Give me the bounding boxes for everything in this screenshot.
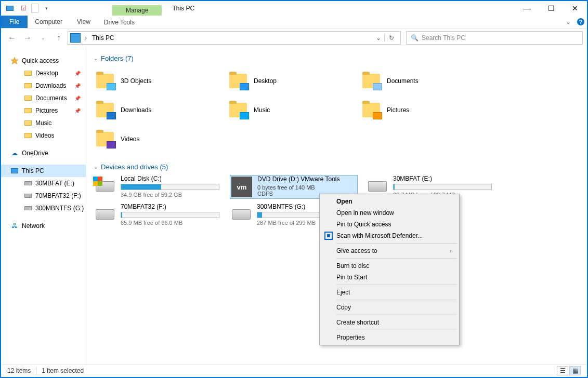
refresh-button[interactable]: ↻ [384, 34, 398, 42]
folder-icon [24, 82, 32, 90]
drive-icon [24, 179, 32, 187]
sidebar-item-label: Videos [35, 132, 54, 139]
qat-dropdown-icon[interactable]: ▾ [41, 3, 52, 14]
menu-item[interactable]: Pin to Start [321, 272, 458, 283]
sidebar-item-label: 300MBNTFS (G:) [35, 205, 84, 212]
close-button[interactable]: ✕ [563, 1, 587, 16]
status-bar: 12 items 1 item selected ☰ ▦ [2, 365, 586, 376]
address-dropdown-icon[interactable]: ⌄ [373, 34, 384, 42]
sidebar-item[interactable]: 300MBNTFS (G:) [9, 202, 86, 214]
sidebar-item[interactable]: Documents📌 [9, 92, 86, 104]
menu-item[interactable]: Eject [321, 287, 458, 298]
qat-newfolder-icon[interactable] [31, 4, 38, 13]
minimize-button[interactable]: — [515, 1, 539, 16]
drive-item[interactable]: 70MBFAT32 (F:)65.9 MB free of 66.0 MB [94, 203, 221, 226]
manage-tab-header[interactable]: Manage [112, 5, 162, 16]
window-title: This PC [172, 1, 194, 16]
sidebar-this-pc[interactable]: This PC [1, 165, 86, 177]
forward-button[interactable]: → [21, 31, 34, 45]
sidebar-item[interactable]: Videos [9, 129, 86, 142]
up-button[interactable]: ↑ [52, 31, 66, 45]
quick-access-toolbar: ☑ ▾ [1, 1, 55, 16]
folder-icon [94, 99, 116, 122]
back-button[interactable]: ← [5, 31, 19, 45]
section-drives-header[interactable]: ⌄ Devices and drives (5) [94, 163, 580, 171]
section-title: Folders (7) [101, 55, 134, 62]
menu-separator [336, 300, 457, 300]
folder-label: 3D Objects [121, 77, 151, 85]
sidebar-item[interactable]: Downloads📌 [9, 79, 86, 92]
menu-separator [336, 258, 457, 259]
menu-item[interactable]: Properties [321, 332, 458, 343]
svg-rect-4 [327, 234, 330, 237]
sidebar-label: Quick access [22, 57, 59, 64]
sidebar-item[interactable]: 70MBFAT32 (F:) [9, 190, 86, 202]
folder-label: Videos [121, 136, 139, 143]
sidebar-item[interactable]: Pictures📌 [9, 104, 86, 117]
drive-free: 65.9 MB free of 66.0 MB [121, 220, 221, 226]
icons-view-button[interactable]: ▦ [569, 366, 581, 375]
folder-item[interactable]: Pictures [360, 96, 485, 125]
tab-view[interactable]: View [70, 16, 98, 28]
details-view-button[interactable]: ☰ [557, 366, 568, 375]
folder-icon [360, 99, 383, 122]
file-tab[interactable]: File [1, 16, 28, 28]
folder-item[interactable]: Desktop [227, 66, 351, 96]
drive-label: Local Disk (C:) [121, 175, 221, 182]
folder-item[interactable]: Documents [360, 66, 485, 96]
drive-label: DVD Drive (D:) VMware Tools [257, 176, 355, 183]
drive-item[interactable]: Local Disk (C:)34.9 GB free of 59.2 GB [94, 175, 221, 199]
tab-computer[interactable]: Computer [28, 16, 70, 28]
recent-dropdown-icon[interactable]: ⌄ [36, 31, 50, 45]
sidebar-onedrive[interactable]: ☁ OneDrive [1, 147, 86, 159]
menu-item[interactable]: Open [321, 196, 458, 207]
folder-label: Downloads [121, 106, 151, 114]
context-menu: OpenOpen in new windowPin to Quick acces… [319, 194, 460, 345]
menu-item[interactable]: Create shortcut [321, 317, 458, 328]
pc-icon [70, 33, 81, 43]
menu-item[interactable]: Burn to disc [321, 260, 458, 272]
maximize-button[interactable]: ☐ [539, 1, 563, 16]
address-location[interactable]: This PC [90, 34, 116, 42]
expand-ribbon-icon[interactable]: ⌄ [562, 16, 574, 28]
pin-icon: 📌 [74, 71, 81, 76]
address-bar[interactable]: › This PC ⌄ ↻ [68, 31, 401, 45]
sidebar-item[interactable]: 30MBFAT (E:) [9, 177, 86, 190]
drive-icon [24, 192, 32, 200]
chevron-down-icon: ⌄ [94, 56, 98, 61]
menu-separator [336, 285, 457, 285]
help-icon[interactable]: ? [574, 16, 587, 28]
titlebar: ☑ ▾ Manage This PC — ☐ ✕ [1, 1, 587, 16]
status-selection: 1 item selected [42, 367, 84, 374]
folder-item[interactable]: Music [227, 96, 351, 125]
section-folders-header[interactable]: ⌄ Folders (7) [94, 55, 580, 62]
sidebar-quick-access[interactable]: Quick access [1, 55, 86, 67]
navigation-pane: Quick access Desktop📌Downloads📌Documents… [1, 47, 86, 365]
sidebar-network[interactable]: 🖧 Network [1, 220, 86, 232]
menu-separator [336, 243, 457, 244]
sidebar-item[interactable]: Desktop📌 [9, 67, 86, 79]
drive-icon [96, 181, 114, 192]
chevron-right-icon[interactable]: › [82, 34, 90, 42]
separator [36, 367, 36, 374]
dvd-icon: vm [231, 177, 252, 197]
folder-item[interactable]: 3D Objects [94, 66, 218, 96]
qat-properties-icon[interactable]: ☑ [18, 3, 29, 14]
search-box[interactable]: 🔍 Search This PC [406, 31, 583, 45]
menu-item[interactable]: Pin to Quick access [321, 219, 458, 230]
sidebar-item-label: Desktop [35, 70, 58, 77]
drive-icon [96, 209, 114, 220]
tab-drive-tools[interactable]: Drive Tools [98, 16, 141, 28]
chevron-down-icon: ⌄ [94, 164, 98, 170]
menu-item[interactable]: Open in new window [321, 207, 458, 219]
sidebar-item-label: Downloads [35, 82, 66, 89]
menu-item[interactable]: Copy [321, 302, 458, 313]
folder-item[interactable]: Videos [94, 125, 218, 154]
folder-item[interactable]: Downloads [94, 96, 218, 125]
menu-item[interactable]: Give access to› [321, 245, 458, 256]
sidebar-item[interactable]: Music [9, 117, 86, 129]
drive-icon [368, 181, 387, 192]
pin-icon: 📌 [74, 83, 81, 89]
menu-item[interactable]: Scan with Microsoft Defender... [321, 230, 458, 241]
folder-label: Pictures [387, 106, 409, 114]
